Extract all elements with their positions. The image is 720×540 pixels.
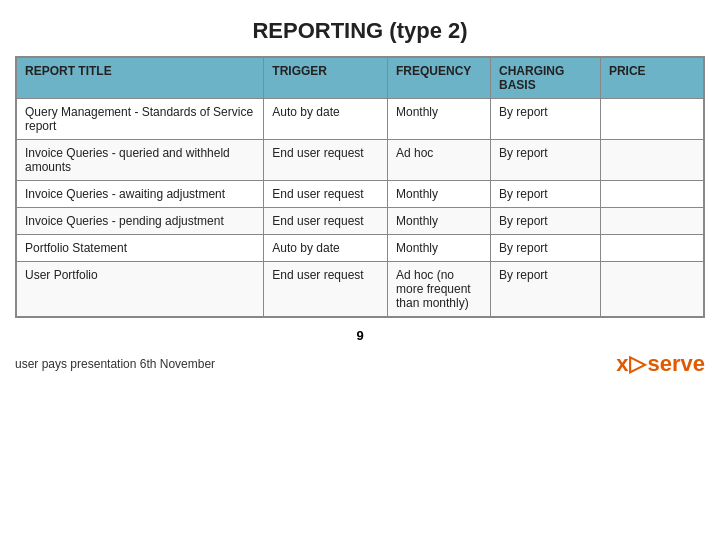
cell-price-5 — [600, 262, 703, 317]
cell-report_title-3: Invoice Queries - pending adjustment — [17, 208, 264, 235]
cell-charging_basis-0: By report — [491, 99, 601, 140]
cell-price-0 — [600, 99, 703, 140]
page-title: REPORTING (type 2) — [252, 18, 467, 44]
cell-charging_basis-5: By report — [491, 262, 601, 317]
cell-report_title-0: Query Management - Standards of Service … — [17, 99, 264, 140]
cell-report_title-1: Invoice Queries - queried and withheld a… — [17, 140, 264, 181]
cell-frequency-2: Monthly — [387, 181, 490, 208]
xoserve-logo: x ▷ serve — [616, 351, 705, 377]
cell-price-3 — [600, 208, 703, 235]
cell-frequency-1: Ad hoc — [387, 140, 490, 181]
report-table: REPORT TITLE TRIGGER FREQUENCY CHARGING … — [16, 57, 704, 317]
logo-chevron: ▷ — [629, 351, 646, 377]
cell-price-1 — [600, 140, 703, 181]
col-header-price: PRICE — [600, 58, 703, 99]
table-row: Portfolio StatementAuto by dateMonthlyBy… — [17, 235, 704, 262]
cell-report_title-4: Portfolio Statement — [17, 235, 264, 262]
cell-price-4 — [600, 235, 703, 262]
cell-trigger-5: End user request — [264, 262, 388, 317]
cell-charging_basis-1: By report — [491, 140, 601, 181]
col-header-trigger: TRIGGER — [264, 58, 388, 99]
logo-serve: serve — [647, 351, 705, 377]
table-row: User PortfolioEnd user requestAd hoc (no… — [17, 262, 704, 317]
table-row: Invoice Queries - queried and withheld a… — [17, 140, 704, 181]
footer-subtitle: user pays presentation 6th November — [15, 357, 215, 371]
table-row: Invoice Queries - pending adjustmentEnd … — [17, 208, 704, 235]
cell-frequency-0: Monthly — [387, 99, 490, 140]
cell-frequency-4: Monthly — [387, 235, 490, 262]
table-row: Invoice Queries - awaiting adjustmentEnd… — [17, 181, 704, 208]
col-header-frequency: FREQUENCY — [387, 58, 490, 99]
report-table-wrapper: REPORT TITLE TRIGGER FREQUENCY CHARGING … — [15, 56, 705, 318]
footer-row: user pays presentation 6th November x ▷ … — [15, 351, 705, 377]
cell-frequency-3: Monthly — [387, 208, 490, 235]
page: REPORTING (type 2) REPORT TITLE TRIGGER … — [0, 0, 720, 540]
cell-charging_basis-3: By report — [491, 208, 601, 235]
cell-trigger-1: End user request — [264, 140, 388, 181]
table-header-row: REPORT TITLE TRIGGER FREQUENCY CHARGING … — [17, 58, 704, 99]
cell-charging_basis-4: By report — [491, 235, 601, 262]
table-row: Query Management - Standards of Service … — [17, 99, 704, 140]
col-header-charging-basis: CHARGING BASIS — [491, 58, 601, 99]
logo-x: x — [616, 351, 628, 377]
cell-report_title-2: Invoice Queries - awaiting adjustment — [17, 181, 264, 208]
cell-trigger-2: End user request — [264, 181, 388, 208]
cell-price-2 — [600, 181, 703, 208]
page-number: 9 — [356, 328, 363, 343]
col-header-report-title: REPORT TITLE — [17, 58, 264, 99]
cell-frequency-5: Ad hoc (no more frequent than monthly) — [387, 262, 490, 317]
footer: 9 user pays presentation 6th November x … — [0, 328, 720, 377]
cell-trigger-4: Auto by date — [264, 235, 388, 262]
cell-trigger-3: End user request — [264, 208, 388, 235]
cell-trigger-0: Auto by date — [264, 99, 388, 140]
cell-charging_basis-2: By report — [491, 181, 601, 208]
cell-report_title-5: User Portfolio — [17, 262, 264, 317]
